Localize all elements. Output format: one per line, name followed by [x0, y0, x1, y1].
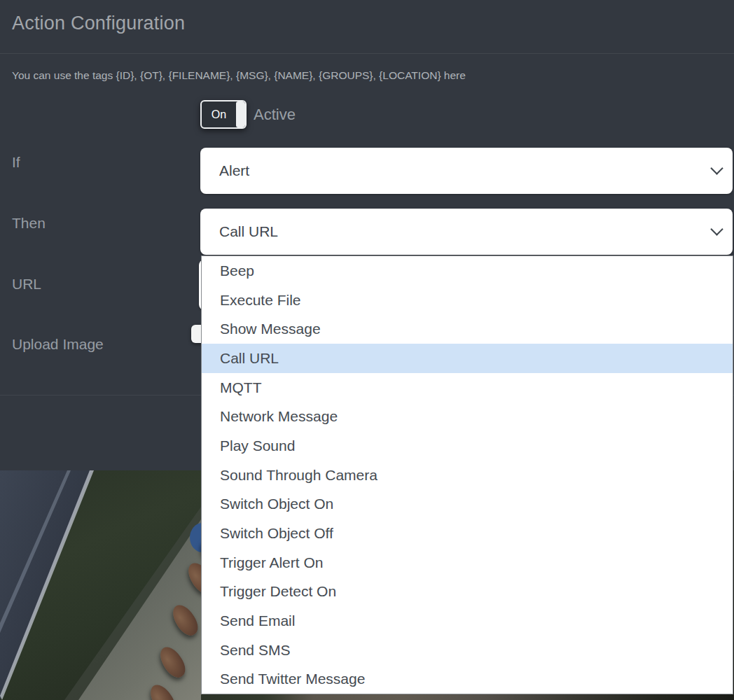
- url-label: URL: [12, 276, 41, 293]
- dropdown-option-beep[interactable]: Beep: [202, 256, 733, 286]
- dropdown-option-trigger-alert-on[interactable]: Trigger Alert On: [202, 548, 733, 578]
- chevron-down-icon: [710, 162, 723, 174]
- tags-help-text: You can use the tags {ID}, {OT}, {FILENA…: [12, 69, 466, 82]
- dropdown-option-execute-file[interactable]: Execute File: [202, 286, 733, 315]
- dialog-title: Action Configuration: [12, 13, 185, 34]
- then-select[interactable]: Call URL: [200, 209, 733, 255]
- dropdown-option-show-message[interactable]: Show Message: [202, 314, 733, 344]
- if-label: If: [12, 154, 20, 171]
- dropdown-option-call-url[interactable]: Call URL: [202, 344, 733, 373]
- then-select-value: Call URL: [219, 209, 278, 255]
- dropdown-option-switch-object-off[interactable]: Switch Object Off: [202, 519, 733, 548]
- dropdown-option-mqtt[interactable]: MQTT: [202, 373, 733, 402]
- dropdown-option-sound-through-camera[interactable]: Sound Through Camera: [202, 461, 733, 490]
- photo-left-strip: [0, 470, 201, 700]
- dropdown-option-trigger-detect-on[interactable]: Trigger Detect On: [202, 577, 733, 606]
- dropdown-option-send-twitter-message[interactable]: Send Twitter Message: [202, 664, 733, 694]
- active-toggle[interactable]: On: [200, 100, 247, 129]
- then-label: Then: [12, 215, 46, 232]
- dropdown-option-send-sms[interactable]: Send SMS: [202, 636, 733, 665]
- upload-image-label: Upload Image: [12, 336, 104, 353]
- active-toggle-handle[interactable]: [236, 102, 245, 127]
- if-select-value: Alert: [219, 148, 249, 194]
- active-toggle-caption: Active: [254, 100, 296, 129]
- dropdown-option-play-sound[interactable]: Play Sound: [202, 431, 733, 461]
- dropdown-option-network-message[interactable]: Network Message: [202, 402, 733, 431]
- chevron-down-icon: [710, 223, 723, 235]
- dropdown-option-send-email[interactable]: Send Email: [202, 606, 733, 636]
- then-options-list: BeepExecute FileShow MessageCall URLMQTT…: [201, 255, 733, 694]
- dialog-header: Action Configuration: [0, 0, 734, 54]
- active-toggle-state-label: On: [202, 102, 236, 127]
- dropdown-option-switch-object-on[interactable]: Switch Object On: [202, 489, 733, 519]
- if-select[interactable]: Alert: [200, 148, 733, 194]
